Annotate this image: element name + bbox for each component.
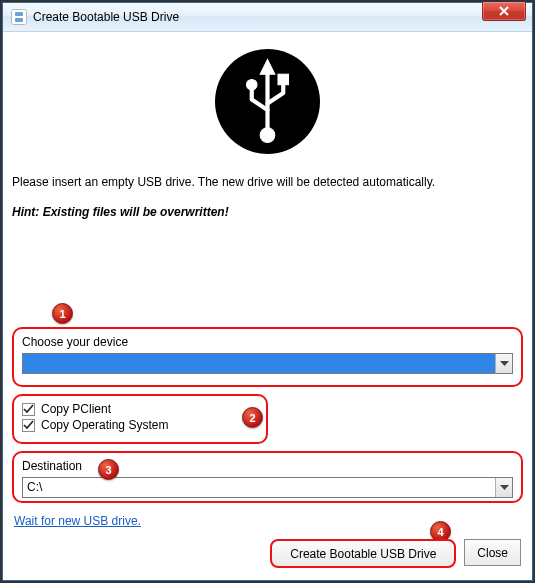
close-button[interactable]: Close [464, 539, 521, 566]
button-row: Create Bootable USB Drive Close [270, 539, 521, 568]
svg-point-5 [247, 79, 258, 90]
copy-pclient-checkbox[interactable] [22, 403, 35, 416]
svg-marker-8 [500, 361, 509, 366]
client-area: Please insert an empty USB drive. The ne… [4, 33, 531, 579]
svg-point-7 [260, 128, 275, 143]
hint-text: Hint: Existing files will be overwritten… [12, 205, 523, 219]
copy-os-label: Copy Operating System [41, 418, 168, 432]
annotation-badge-3: 3 [98, 459, 119, 480]
dropdown-arrow-icon [495, 478, 512, 497]
wait-for-usb-link[interactable]: Wait for new USB drive. [14, 514, 141, 528]
app-icon [11, 9, 27, 25]
create-button[interactable]: Create Bootable USB Drive [270, 539, 456, 568]
device-select[interactable] [22, 353, 513, 374]
copy-pclient-label: Copy PClient [41, 402, 111, 416]
device-group: Choose your device [12, 327, 523, 387]
usb-logo [10, 49, 525, 154]
dialog-window: Create Bootable USB Drive [2, 2, 533, 581]
copy-os-checkbox[interactable] [22, 419, 35, 432]
content: Please insert an empty USB drive. The ne… [10, 39, 525, 573]
window-title: Create Bootable USB Drive [33, 10, 179, 24]
svg-marker-9 [500, 485, 509, 490]
dropdown-arrow-icon [495, 354, 512, 373]
device-select-value [23, 354, 495, 373]
destination-select-value: C:\ [23, 478, 495, 497]
annotation-badge-2: 2 [242, 407, 263, 428]
svg-rect-6 [278, 74, 289, 85]
title-bar[interactable]: Create Bootable USB Drive [3, 3, 532, 32]
destination-label: Destination [22, 459, 513, 473]
copy-pclient-row[interactable]: Copy PClient [22, 402, 258, 416]
usb-icon [215, 49, 320, 154]
svg-marker-4 [260, 60, 275, 75]
svg-rect-2 [15, 18, 23, 22]
intro-text: Please insert an empty USB drive. The ne… [12, 174, 523, 191]
destination-select[interactable]: C:\ [22, 477, 513, 498]
destination-group: Destination C:\ [12, 451, 523, 503]
annotation-badge-1: 1 [52, 303, 73, 324]
svg-rect-1 [15, 12, 23, 16]
device-label: Choose your device [22, 335, 513, 349]
copy-os-row[interactable]: Copy Operating System [22, 418, 258, 432]
window-close-button[interactable] [482, 2, 526, 21]
copy-options-group: Copy PClient Copy Operating System [12, 394, 268, 444]
close-icon [498, 6, 510, 16]
